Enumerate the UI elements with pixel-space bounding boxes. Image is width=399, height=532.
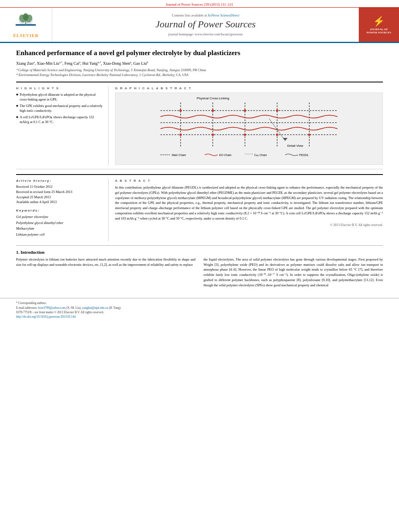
affiliations: ᵃ College of Materials Science and Engin… [16, 68, 383, 78]
highlights-graphical-section: H I G H L I G H T S ◆ Polyethylene glyco… [16, 82, 383, 169]
elsevier-logo-area: ELSEVIER [0, 8, 52, 42]
journal-reference: Journal of Power Sources 239 (2013) 111–… [166, 2, 233, 6]
highlights-col: H I G H L I G H T S ◆ Polyethylene glyco… [16, 86, 109, 165]
svg-text:Physical Cross-Linking: Physical Cross-Linking [197, 97, 229, 100]
doi-url[interactable]: http://dx.doi.org/10.1016/j.jpowsour.201… [16, 315, 76, 318]
footer-section: * Corresponding authors. E-mail addresse… [0, 298, 399, 321]
highlights-label: H I G H L I G H T S [16, 86, 103, 90]
revised-date: Received in revised form 25 March 2013 [16, 189, 103, 195]
article-history: Article history: Received 11 October 201… [16, 179, 103, 205]
accepted-date: Accepted 25 March 2013 [16, 195, 103, 200]
svg-point-15 [179, 109, 182, 112]
online-date: Available online 4 April 2013 [16, 199, 103, 205]
authors-line: Xiang Zuoa, Xiao-Min Liua,*, Feng Caia, … [16, 61, 383, 66]
graphical-abstract-image: Physical Cross-Linking [115, 92, 383, 165]
info-abstract-section: Article history: Received 11 October 201… [16, 174, 383, 241]
intro-col-1: Polymer electrolytes in lithium ion batt… [16, 257, 195, 290]
svg-point-5 [23, 13, 29, 21]
history-label: Article history: [16, 179, 103, 183]
intro-para-1: Polymer electrolytes in lithium ion batt… [16, 257, 195, 267]
svg-point-23 [308, 134, 311, 136]
svg-text:Main Chain: Main Chain [172, 154, 186, 156]
issn-note: 0378-7753/$ – see front matter © 2013 El… [16, 310, 383, 314]
bullet-icon-3: ◆ [16, 115, 18, 124]
email-note: E-mail addresses: bcm3799@yahoo.com (X.-… [16, 306, 383, 310]
intro-heading: 1. Introduction [16, 250, 383, 255]
article-title: Enhanced performance of a novel gel poly… [16, 49, 383, 58]
journal-homepage: journal homepage: www.elsevier.com/locat… [169, 32, 243, 36]
elsevier-tree-icon [14, 12, 38, 32]
graphical-label: G R A P H I C A L A B S T R A C T [115, 86, 383, 90]
svg-point-19 [179, 134, 182, 136]
banner-center: Contents lists available at SciVerse Sci… [52, 8, 359, 42]
email-link-1[interactable]: bcm3799@yahoo.com [38, 306, 66, 310]
email-link-2[interactable]: yanghui@njut.edu.cn [82, 306, 108, 310]
highlight-item-1: ◆ Polyethylene glycol dilaurate is adopt… [16, 92, 103, 102]
svg-text:Detail View: Detail View [287, 144, 303, 148]
article-info-col: Article history: Received 11 October 201… [16, 179, 109, 241]
copyright-line: © 2013 Elsevier B.V. All rights reserved… [115, 223, 383, 227]
svg-point-18 [276, 109, 278, 112]
highlight-item-2: ◆ The GPE exhibits good mechanical prope… [16, 104, 103, 113]
highlight-item-3: ◆ A cell Li/GPE/LiFePO₄ shows discharge … [16, 115, 103, 124]
svg-point-21 [244, 134, 246, 136]
svg-point-22 [276, 134, 278, 136]
main-content: Enhanced performance of a novel gel poly… [0, 43, 399, 294]
bullet-icon-2: ◆ [16, 104, 18, 113]
bullet-icon-1: ◆ [16, 93, 18, 102]
sciverse-line: Contents lists available at SciVerse Sci… [172, 13, 239, 17]
intro-col-2: the liquid electrolytes. The area of sol… [204, 257, 383, 290]
journal-header: Journal of Power Sources 239 (2013) 111–… [0, 0, 399, 8]
svg-marker-25 [283, 138, 288, 141]
keywords-list: Gel polymer electrolyte Polyethylene gly… [16, 214, 103, 237]
intro-para-2: the liquid electrolytes. The area of sol… [204, 257, 383, 288]
elsevier-label: ELSEVIER [13, 33, 39, 38]
keywords-section: Keywords: Gel polymer electrolyte Polyet… [16, 209, 103, 237]
svg-point-16 [212, 109, 214, 112]
svg-point-17 [244, 109, 246, 112]
journal-logo-box: ⚡ JOURNAL OFPOWER SOURCES [359, 8, 399, 42]
keywords-label: Keywords: [16, 209, 103, 212]
abstract-text: In this contribution, polyethylene glyco… [115, 185, 383, 221]
svg-point-20 [212, 134, 214, 136]
graphical-col: G R A P H I C A L A B S T R A C T Physic… [115, 86, 383, 165]
journal-title-banner: Journal of Power Sources [155, 19, 255, 30]
page: Journal of Power Sources 239 (2013) 111–… [0, 0, 399, 532]
intro-two-col: Polymer electrolytes in lithium ion batt… [16, 257, 383, 290]
svg-text:PEGDL: PEGDL [299, 154, 309, 156]
doi-link: http://dx.doi.org/10.1016/j.jpowsour.201… [16, 314, 383, 319]
introduction-section: 1. Introduction Polymer electrolytes in … [16, 245, 383, 290]
journal-banner: ELSEVIER Contents lists available at Sci… [0, 8, 399, 43]
power-sources-icon: ⚡ [373, 16, 385, 27]
abstract-label: A B S T R A C T [115, 179, 383, 183]
logo-text: JOURNAL OFPOWER SOURCES [366, 28, 391, 34]
svg-text:C₁₂ Chain: C₁₂ Chain [254, 154, 267, 156]
affiliation-b: ᵇ Environmental Energy Technologies Divi… [16, 73, 383, 78]
graphical-abstract-svg: Physical Cross-Linking [115, 94, 383, 163]
abstract-col: A B S T R A C T In this contribution, po… [115, 179, 383, 241]
affiliation-a: ᵃ College of Materials Science and Engin… [16, 68, 383, 73]
sciverse-link[interactable]: SciVerse ScienceDirect [208, 13, 239, 17]
corresponding-note: * Corresponding authors. [16, 301, 383, 305]
received-date: Received 11 October 2012 [16, 184, 103, 189]
svg-text:EO Chain: EO Chain [219, 154, 231, 156]
